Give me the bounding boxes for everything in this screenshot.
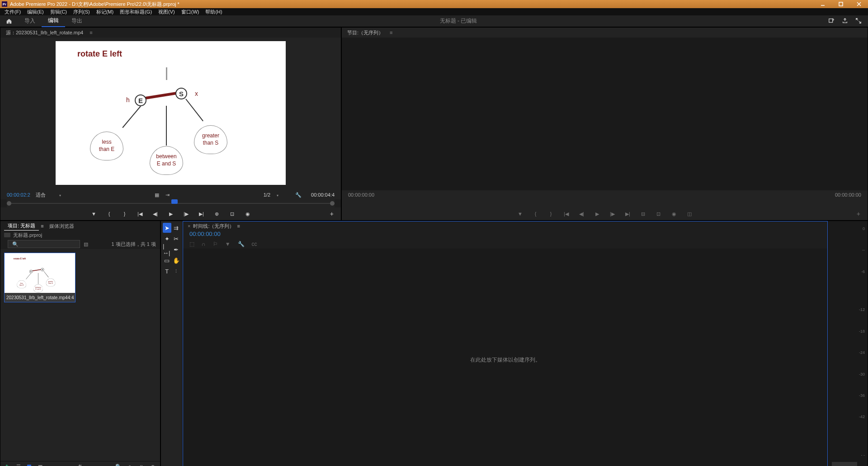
sort-icon[interactable]: ⇅ (78, 464, 83, 466)
overwrite-button[interactable]: ⊡ (229, 210, 236, 217)
timeline-timecode[interactable]: 00:00:00:00 (183, 231, 827, 240)
source-time-ruler[interactable] (7, 199, 335, 207)
tl-linked-selection-icon[interactable]: ∩ (202, 241, 206, 247)
source-button-editor[interactable]: + (330, 210, 334, 217)
timeline-dropzone[interactable]: 在此处放下媒体以创建序列。 (183, 249, 827, 466)
marker-button[interactable]: ▼ (90, 210, 98, 217)
new-bin-icon[interactable]: 🗀 (128, 464, 133, 466)
menu-marker[interactable]: 标记(M) (94, 9, 117, 15)
pg-extract-button[interactable]: ⊡ (655, 210, 662, 217)
find-icon[interactable]: 🔍 (115, 464, 122, 466)
pg-play-button[interactable]: ▶ (594, 210, 601, 217)
menu-view[interactable]: 视图(V) (156, 9, 178, 15)
ws-tab-edit[interactable]: 编辑 (42, 15, 65, 27)
type-tool[interactable]: T (163, 266, 171, 276)
pg-lift-button[interactable]: ⊟ (640, 210, 647, 217)
pen-tool[interactable]: ✒ (172, 245, 181, 254)
tool-more[interactable]: ⋮ (172, 266, 181, 276)
tl-wrench-icon[interactable]: 🔧 (238, 241, 245, 247)
menu-clip[interactable]: 剪辑(C) (47, 9, 70, 15)
ws-tab-import[interactable]: 导入 (18, 15, 42, 27)
ripple-edit-tool[interactable]: ✦ (163, 234, 171, 244)
program-tab[interactable]: 节目:（无序列） (347, 29, 383, 36)
out-point-button[interactable]: } (121, 210, 128, 217)
window-close[interactable] (850, 0, 868, 8)
pg-in-point-button[interactable]: { (532, 210, 539, 217)
source-settings-btn-b[interactable]: ⇥ (165, 192, 170, 198)
pg-step-forward-button[interactable]: |▶ (609, 210, 616, 217)
timeline-panel-menu-icon[interactable]: ≡ (237, 223, 240, 229)
source-settings-btn-a[interactable]: ▦ (154, 192, 160, 198)
slip-tool[interactable]: |↔| (163, 245, 171, 254)
menu-graphics[interactable]: 图形和标题(G) (117, 9, 155, 15)
fullscreen-icon[interactable] (855, 18, 862, 25)
clip-thumbnail[interactable]: rotate E left E S less than E between E … (5, 253, 75, 293)
project-tab[interactable]: 项目: 无标题 (4, 221, 39, 231)
go-to-in-button[interactable]: |◀ (137, 210, 144, 217)
project-crumb[interactable]: 无标题.prproj (13, 232, 42, 239)
chevron-down-icon[interactable] (89, 464, 91, 466)
ws-tab-export[interactable]: 导出 (65, 15, 89, 27)
source-fit-dropdown[interactable]: 适合 (36, 192, 46, 198)
chevron-down-icon[interactable] (58, 192, 61, 198)
source-playhead[interactable] (171, 199, 178, 204)
hand-tool[interactable]: ✋ (172, 255, 181, 265)
program-button-editor[interactable]: + (857, 210, 860, 217)
home-button[interactable] (0, 18, 18, 24)
go-to-out-button[interactable]: ▶| (198, 210, 205, 217)
play-button[interactable]: ▶ (167, 210, 175, 217)
pg-compare-button[interactable]: ◫ (686, 210, 693, 217)
source-tab[interactable]: 源：20230531_llrb_left_rotate.mp4 (6, 29, 83, 36)
project-bins[interactable]: rotate E left E S less than E between E … (0, 249, 160, 461)
window-minimize[interactable] (814, 0, 832, 8)
automate-to-sequence-icon[interactable]: ▭ (104, 464, 109, 466)
menu-help[interactable]: 帮助(H) (203, 9, 225, 15)
pg-export-frame-button[interactable]: ◉ (670, 210, 678, 217)
tl-snap-icon[interactable]: ⬚ (189, 241, 194, 247)
program-timecode-left[interactable]: 00:00:00:00 (348, 192, 374, 198)
menu-file[interactable]: 文件(F) (2, 9, 24, 15)
source-preview[interactable]: rotate E left E S h x less than E betwee… (56, 41, 286, 185)
source-panel-menu-icon[interactable]: ≡ (90, 30, 92, 35)
menu-sequence[interactable]: 序列(S) (71, 9, 93, 15)
tl-cc-icon[interactable]: cc (252, 241, 257, 247)
pg-go-to-out-button[interactable]: ▶| (624, 210, 632, 217)
new-item-icon[interactable]: 🗎 (139, 464, 144, 466)
write-mode-icon[interactable]: ✎ (5, 464, 10, 466)
rectangle-tool[interactable]: ▭ (163, 255, 171, 265)
razor-tool[interactable]: ✂ (172, 234, 181, 244)
insert-button[interactable]: ⊕ (213, 210, 221, 217)
delete-icon[interactable]: 🗑 (151, 464, 156, 466)
audio-meters[interactable]: 0 -- -6 -12 -18 -24 -30 -36 -42 - - (828, 221, 868, 466)
source-timecode[interactable]: 00:00:02:2 (7, 192, 30, 198)
pg-step-back-button[interactable]: ◀| (578, 210, 585, 217)
chevron-down-icon[interactable] (276, 192, 278, 198)
share-icon[interactable] (842, 18, 848, 25)
quick-export-icon[interactable] (828, 18, 835, 25)
track-select-tool[interactable]: ⇉ (172, 223, 181, 233)
program-preview[interactable] (342, 38, 868, 190)
tl-add-marker-icon[interactable]: ▼ (225, 241, 231, 247)
program-panel-menu-icon[interactable]: ≡ (390, 30, 392, 35)
selection-tool[interactable]: ➤ (163, 223, 171, 233)
menu-window[interactable]: 窗口(W) (179, 9, 202, 15)
step-back-button[interactable]: ◀| (152, 210, 159, 217)
folder-icon[interactable] (4, 233, 10, 237)
list-view-icon[interactable]: ☰ (16, 464, 21, 466)
pg-marker-button[interactable]: ▼ (517, 210, 524, 217)
window-maximize[interactable] (832, 0, 850, 8)
media-browser-tab[interactable]: 媒体浏览器 (46, 222, 78, 231)
timeline-tab-close[interactable]: × (188, 223, 190, 229)
new-bin-from-search-icon[interactable]: ▧ (84, 241, 90, 247)
menu-edit[interactable]: 编辑(E) (24, 9, 47, 15)
icon-view-icon[interactable] (27, 465, 31, 466)
step-forward-button[interactable]: |▶ (183, 210, 190, 217)
tl-marker-icon[interactable]: ⚐ (213, 241, 218, 247)
project-panel-menu-icon[interactable]: ≡ (41, 223, 43, 229)
pg-go-to-in-button[interactable]: |◀ (563, 210, 570, 217)
freeform-view-icon[interactable]: ▦ (38, 464, 42, 466)
source-wrench-icon[interactable]: 🔧 (296, 192, 301, 198)
clip-item[interactable]: rotate E left E S less than E between E … (4, 253, 75, 302)
source-resolution-dropdown[interactable]: 1/2 (264, 192, 270, 198)
in-point-button[interactable]: { (106, 210, 113, 217)
